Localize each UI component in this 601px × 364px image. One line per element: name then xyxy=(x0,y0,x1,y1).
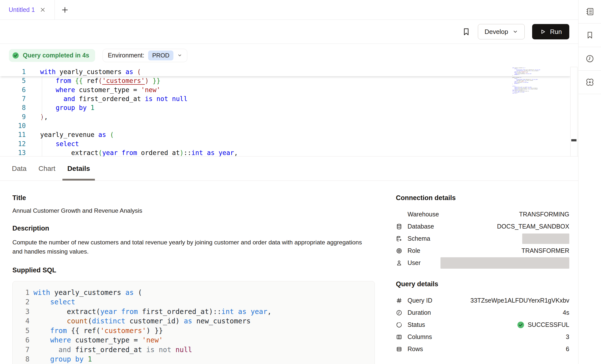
query-value: 6 xyxy=(566,345,569,353)
code-text: from {{ ref('customers') }} xyxy=(33,327,163,335)
code-text: group by 1 xyxy=(40,104,94,111)
query-details-heading: Query details xyxy=(396,280,569,288)
connection-label: Schema xyxy=(408,235,430,242)
editor-code-line: 7 and first_ordered_at is not null xyxy=(0,94,571,103)
columns-icon xyxy=(396,334,404,340)
code-text: select xyxy=(40,140,79,148)
right-icon-sidebar xyxy=(578,0,601,364)
user-icon xyxy=(396,260,404,266)
bookmark-icon[interactable] xyxy=(462,27,470,36)
main-area: Untitled 1 Develop Run xyxy=(0,0,578,364)
develop-dropdown[interactable]: Develop xyxy=(478,24,525,39)
editor-scrollbar[interactable] xyxy=(570,67,577,156)
status-spinner-icon xyxy=(396,322,404,328)
editor-tab-bar: Untitled 1 xyxy=(0,0,578,20)
code-text: where customer_type = 'new' xyxy=(40,86,160,94)
tab-label: Data xyxy=(12,165,27,173)
run-button[interactable]: Run xyxy=(532,24,569,39)
plus-icon[interactable] xyxy=(61,6,69,14)
sql-editor[interactable]: 1with yearly_customers as (5 from {{ ref… xyxy=(0,67,578,156)
line-number: 7 xyxy=(19,346,29,354)
connection-label: Database xyxy=(408,223,434,230)
connection-row-role: RoleTRANSFORMER xyxy=(396,245,569,257)
sql-code-line: 8 group by 1 xyxy=(19,355,375,364)
line-number: 4 xyxy=(19,317,29,325)
query-label: Rows xyxy=(408,345,423,353)
connection-row-database: DatabaseDOCS_TEAM_SANDBOX xyxy=(396,220,569,233)
success-check-icon xyxy=(517,321,525,329)
sidebar-button-history[interactable] xyxy=(578,47,601,71)
connection-value: TRANSFORMER xyxy=(521,247,569,254)
query-details-rows: Query ID33TZseWpe1ALFDUYerxR1gVKxbvDurat… xyxy=(396,294,569,355)
code-text: where customer_type = 'new' xyxy=(33,336,163,344)
results-tab-bar: DataChartDetails xyxy=(0,156,578,181)
sql-code-line: 2 select xyxy=(19,297,375,307)
minimap-code: with yearly_customers as ( select extrac… xyxy=(512,67,516,93)
scrollbar-thumb[interactable] xyxy=(571,139,576,141)
notebook-icon xyxy=(585,7,595,16)
rows-icon xyxy=(396,346,404,352)
query-status-text: Query completed in 4s xyxy=(23,52,89,59)
query-label: Columns xyxy=(408,333,432,340)
code-text: with yearly_customers as ( xyxy=(33,288,142,297)
schema-icon xyxy=(396,235,404,242)
connection-label: Role xyxy=(408,247,420,254)
app-window: Untitled 1 Develop Run xyxy=(0,0,601,364)
connection-value xyxy=(522,234,569,244)
sidebar-button-bookmark[interactable] xyxy=(578,24,601,47)
sidebar-button-notebook[interactable] xyxy=(578,0,601,24)
connection-label: User xyxy=(408,259,421,266)
connection-value: DOCS_TEAM_SANDBOX xyxy=(497,223,569,230)
tab-chart[interactable]: Chart xyxy=(33,156,60,181)
editor-code-line: 13 extract(year from ordered_at)::int as… xyxy=(0,148,571,156)
run-label: Run xyxy=(550,28,562,36)
tab-untitled-1[interactable]: Untitled 1 xyxy=(0,0,55,20)
environment-label: Environment: xyxy=(108,52,144,59)
line-number: 5 xyxy=(19,327,29,335)
redacted-value xyxy=(522,234,569,244)
code-text: extract(year from first_ordered_at)::int… xyxy=(33,308,272,316)
code-text: and first_ordered_at is not null xyxy=(40,95,188,103)
query-status-pill: Query completed in 4s xyxy=(9,49,95,62)
chevron-down-icon xyxy=(513,29,518,34)
query-row-query-id: Query ID33TZseWpe1ALFDUYerxR1gVKxbv xyxy=(396,294,569,307)
description-heading: Description xyxy=(12,225,381,232)
hash-icon xyxy=(396,297,404,304)
line-number: 12 xyxy=(0,140,26,148)
line-number: 10 xyxy=(0,122,26,130)
editor-code-line: 8 group by 1 xyxy=(0,103,571,112)
title-heading: Title xyxy=(12,194,381,202)
line-number: 8 xyxy=(19,355,29,363)
editor-lines: 1with yearly_customers as (5 from {{ ref… xyxy=(0,67,571,156)
editor-minimap[interactable]: with yearly_customers as ( select extrac… xyxy=(512,67,540,94)
line-number: 5 xyxy=(0,77,26,84)
chevron-down-icon xyxy=(177,53,182,58)
warehouse-icon xyxy=(396,211,404,218)
editor-code-line: 9), xyxy=(0,112,571,121)
sidebar-button-orchestration[interactable] xyxy=(578,71,601,94)
database-icon xyxy=(396,223,404,230)
editor-code-line: 10 xyxy=(0,121,571,130)
line-number: 6 xyxy=(19,336,29,344)
environment-dropdown[interactable]: Environment: PROD xyxy=(103,49,187,62)
connection-row-warehouse: WarehouseTRANSFORMING xyxy=(396,208,569,220)
connection-value: TRANSFORMING xyxy=(519,211,569,218)
tab-data[interactable]: Data xyxy=(7,156,31,181)
close-icon[interactable] xyxy=(40,7,46,13)
line-number: 11 xyxy=(0,131,26,138)
active-tab-underline xyxy=(62,179,95,181)
check-circle-icon xyxy=(12,52,19,59)
query-label: Status xyxy=(408,321,425,328)
line-number: 1 xyxy=(0,68,26,76)
code-text: count(distinct customer_id) as new_custo… xyxy=(33,317,251,325)
editor-code-line: 5 from {{ ref('customers') }} xyxy=(0,76,571,85)
sidebar-empty-space xyxy=(578,94,601,364)
sql-code-line: 7 and first_ordered_at is not null xyxy=(19,345,375,355)
tab-details[interactable]: Details xyxy=(62,156,95,181)
sql-code-line: 6 where customer_type = 'new' xyxy=(19,336,375,345)
connection-details-rows: WarehouseTRANSFORMINGDatabaseDOCS_TEAM_S… xyxy=(396,208,569,269)
sql-code-line: 3 extract(year from first_ordered_at)::i… xyxy=(19,307,375,316)
query-row-duration: Duration4s xyxy=(396,307,569,319)
query-value: SUCCESSFUL xyxy=(517,321,569,329)
connection-value xyxy=(440,257,569,269)
